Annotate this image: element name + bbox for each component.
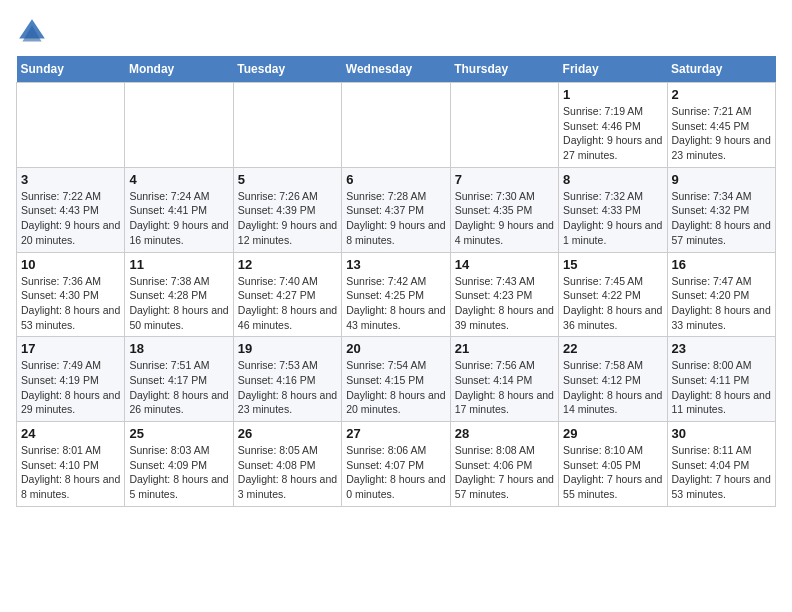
calendar-cell: 9Sunrise: 7:34 AM Sunset: 4:32 PM Daylig…	[667, 167, 775, 252]
calendar-day-header: Thursday	[450, 56, 558, 83]
day-number: 18	[129, 341, 228, 356]
day-info: Sunrise: 8:03 AM Sunset: 4:09 PM Dayligh…	[129, 443, 228, 502]
calendar-table: SundayMondayTuesdayWednesdayThursdayFrid…	[16, 56, 776, 507]
calendar-cell: 13Sunrise: 7:42 AM Sunset: 4:25 PM Dayli…	[342, 252, 450, 337]
calendar-day-header: Wednesday	[342, 56, 450, 83]
calendar-cell: 19Sunrise: 7:53 AM Sunset: 4:16 PM Dayli…	[233, 337, 341, 422]
calendar-cell: 1Sunrise: 7:19 AM Sunset: 4:46 PM Daylig…	[559, 83, 667, 168]
day-info: Sunrise: 7:19 AM Sunset: 4:46 PM Dayligh…	[563, 104, 662, 163]
day-info: Sunrise: 7:28 AM Sunset: 4:37 PM Dayligh…	[346, 189, 445, 248]
day-number: 24	[21, 426, 120, 441]
calendar-week-row: 1Sunrise: 7:19 AM Sunset: 4:46 PM Daylig…	[17, 83, 776, 168]
day-number: 8	[563, 172, 662, 187]
calendar-day-header: Tuesday	[233, 56, 341, 83]
day-info: Sunrise: 8:00 AM Sunset: 4:11 PM Dayligh…	[672, 358, 771, 417]
calendar-cell: 28Sunrise: 8:08 AM Sunset: 4:06 PM Dayli…	[450, 422, 558, 507]
day-info: Sunrise: 7:32 AM Sunset: 4:33 PM Dayligh…	[563, 189, 662, 248]
calendar-cell: 6Sunrise: 7:28 AM Sunset: 4:37 PM Daylig…	[342, 167, 450, 252]
calendar-cell: 27Sunrise: 8:06 AM Sunset: 4:07 PM Dayli…	[342, 422, 450, 507]
calendar-cell: 11Sunrise: 7:38 AM Sunset: 4:28 PM Dayli…	[125, 252, 233, 337]
calendar-cell: 17Sunrise: 7:49 AM Sunset: 4:19 PM Dayli…	[17, 337, 125, 422]
day-number: 1	[563, 87, 662, 102]
day-number: 20	[346, 341, 445, 356]
calendar-week-row: 3Sunrise: 7:22 AM Sunset: 4:43 PM Daylig…	[17, 167, 776, 252]
day-info: Sunrise: 7:47 AM Sunset: 4:20 PM Dayligh…	[672, 274, 771, 333]
logo-icon	[16, 16, 48, 48]
day-info: Sunrise: 8:05 AM Sunset: 4:08 PM Dayligh…	[238, 443, 337, 502]
calendar-cell	[125, 83, 233, 168]
day-number: 29	[563, 426, 662, 441]
calendar-cell: 20Sunrise: 7:54 AM Sunset: 4:15 PM Dayli…	[342, 337, 450, 422]
calendar-cell	[342, 83, 450, 168]
day-number: 6	[346, 172, 445, 187]
calendar-cell: 3Sunrise: 7:22 AM Sunset: 4:43 PM Daylig…	[17, 167, 125, 252]
day-number: 15	[563, 257, 662, 272]
day-info: Sunrise: 7:51 AM Sunset: 4:17 PM Dayligh…	[129, 358, 228, 417]
day-info: Sunrise: 7:24 AM Sunset: 4:41 PM Dayligh…	[129, 189, 228, 248]
day-info: Sunrise: 7:40 AM Sunset: 4:27 PM Dayligh…	[238, 274, 337, 333]
day-info: Sunrise: 7:36 AM Sunset: 4:30 PM Dayligh…	[21, 274, 120, 333]
calendar-cell: 24Sunrise: 8:01 AM Sunset: 4:10 PM Dayli…	[17, 422, 125, 507]
day-info: Sunrise: 7:22 AM Sunset: 4:43 PM Dayligh…	[21, 189, 120, 248]
calendar-cell: 29Sunrise: 8:10 AM Sunset: 4:05 PM Dayli…	[559, 422, 667, 507]
day-number: 17	[21, 341, 120, 356]
day-number: 7	[455, 172, 554, 187]
day-number: 4	[129, 172, 228, 187]
calendar-cell: 25Sunrise: 8:03 AM Sunset: 4:09 PM Dayli…	[125, 422, 233, 507]
calendar-cell: 15Sunrise: 7:45 AM Sunset: 4:22 PM Dayli…	[559, 252, 667, 337]
page-header	[16, 16, 776, 48]
day-info: Sunrise: 7:21 AM Sunset: 4:45 PM Dayligh…	[672, 104, 771, 163]
day-info: Sunrise: 8:01 AM Sunset: 4:10 PM Dayligh…	[21, 443, 120, 502]
calendar-cell: 8Sunrise: 7:32 AM Sunset: 4:33 PM Daylig…	[559, 167, 667, 252]
logo	[16, 16, 52, 48]
calendar-day-header: Friday	[559, 56, 667, 83]
calendar-day-header: Saturday	[667, 56, 775, 83]
day-number: 9	[672, 172, 771, 187]
day-info: Sunrise: 7:56 AM Sunset: 4:14 PM Dayligh…	[455, 358, 554, 417]
calendar-cell: 21Sunrise: 7:56 AM Sunset: 4:14 PM Dayli…	[450, 337, 558, 422]
day-number: 27	[346, 426, 445, 441]
day-number: 10	[21, 257, 120, 272]
calendar-cell: 30Sunrise: 8:11 AM Sunset: 4:04 PM Dayli…	[667, 422, 775, 507]
day-number: 3	[21, 172, 120, 187]
day-number: 30	[672, 426, 771, 441]
day-info: Sunrise: 8:08 AM Sunset: 4:06 PM Dayligh…	[455, 443, 554, 502]
day-number: 23	[672, 341, 771, 356]
day-number: 21	[455, 341, 554, 356]
day-number: 25	[129, 426, 228, 441]
calendar-day-header: Sunday	[17, 56, 125, 83]
calendar-cell: 2Sunrise: 7:21 AM Sunset: 4:45 PM Daylig…	[667, 83, 775, 168]
calendar-cell: 18Sunrise: 7:51 AM Sunset: 4:17 PM Dayli…	[125, 337, 233, 422]
day-number: 5	[238, 172, 337, 187]
calendar-cell: 22Sunrise: 7:58 AM Sunset: 4:12 PM Dayli…	[559, 337, 667, 422]
day-number: 16	[672, 257, 771, 272]
calendar-day-header: Monday	[125, 56, 233, 83]
day-info: Sunrise: 7:43 AM Sunset: 4:23 PM Dayligh…	[455, 274, 554, 333]
day-info: Sunrise: 7:53 AM Sunset: 4:16 PM Dayligh…	[238, 358, 337, 417]
calendar-cell: 10Sunrise: 7:36 AM Sunset: 4:30 PM Dayli…	[17, 252, 125, 337]
calendar-cell: 16Sunrise: 7:47 AM Sunset: 4:20 PM Dayli…	[667, 252, 775, 337]
day-info: Sunrise: 7:30 AM Sunset: 4:35 PM Dayligh…	[455, 189, 554, 248]
calendar-cell	[233, 83, 341, 168]
calendar-cell	[17, 83, 125, 168]
calendar-cell: 4Sunrise: 7:24 AM Sunset: 4:41 PM Daylig…	[125, 167, 233, 252]
day-info: Sunrise: 8:10 AM Sunset: 4:05 PM Dayligh…	[563, 443, 662, 502]
calendar-week-row: 24Sunrise: 8:01 AM Sunset: 4:10 PM Dayli…	[17, 422, 776, 507]
day-number: 12	[238, 257, 337, 272]
day-number: 19	[238, 341, 337, 356]
calendar-cell: 7Sunrise: 7:30 AM Sunset: 4:35 PM Daylig…	[450, 167, 558, 252]
calendar-cell: 5Sunrise: 7:26 AM Sunset: 4:39 PM Daylig…	[233, 167, 341, 252]
calendar-week-row: 17Sunrise: 7:49 AM Sunset: 4:19 PM Dayli…	[17, 337, 776, 422]
calendar-cell	[450, 83, 558, 168]
day-info: Sunrise: 8:06 AM Sunset: 4:07 PM Dayligh…	[346, 443, 445, 502]
day-info: Sunrise: 7:26 AM Sunset: 4:39 PM Dayligh…	[238, 189, 337, 248]
day-info: Sunrise: 8:11 AM Sunset: 4:04 PM Dayligh…	[672, 443, 771, 502]
day-info: Sunrise: 7:38 AM Sunset: 4:28 PM Dayligh…	[129, 274, 228, 333]
day-number: 14	[455, 257, 554, 272]
day-info: Sunrise: 7:54 AM Sunset: 4:15 PM Dayligh…	[346, 358, 445, 417]
calendar-cell: 12Sunrise: 7:40 AM Sunset: 4:27 PM Dayli…	[233, 252, 341, 337]
day-info: Sunrise: 7:42 AM Sunset: 4:25 PM Dayligh…	[346, 274, 445, 333]
day-number: 11	[129, 257, 228, 272]
calendar-cell: 23Sunrise: 8:00 AM Sunset: 4:11 PM Dayli…	[667, 337, 775, 422]
day-number: 22	[563, 341, 662, 356]
